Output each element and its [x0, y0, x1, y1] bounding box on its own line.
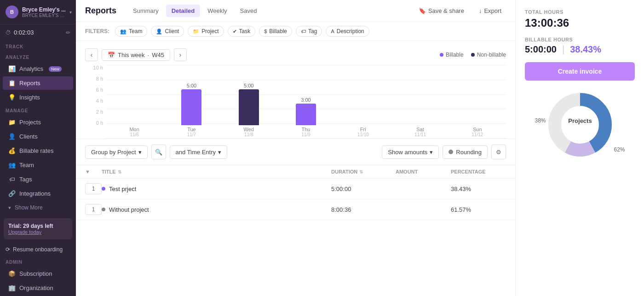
sidebar-item-insights[interactable]: 💡 Insights	[3, 91, 73, 104]
day-tue: 5:00	[163, 65, 220, 125]
tab-weekly[interactable]: Weekly	[202, 5, 232, 17]
analytics-icon: 📊	[8, 65, 16, 72]
analytics-label: Analytics	[19, 65, 43, 72]
filter-billable[interactable]: $ Billable	[259, 26, 292, 37]
day-wed: 5:00	[220, 65, 277, 125]
x-tue-name: Tue	[187, 127, 196, 132]
day-sat	[391, 65, 448, 125]
week-label[interactable]: 📅 This week · W45	[102, 49, 170, 61]
sidebar: B Bryce Emley's ... BRYCE EMLEY'S ORGA..…	[0, 0, 76, 296]
y-label-4h: 4 h	[85, 98, 106, 104]
rounding-label: Rounding	[456, 149, 482, 156]
show-amounts-button[interactable]: Show amounts ▾	[382, 145, 439, 159]
resume-icon: ⟳	[6, 246, 10, 253]
next-week-button[interactable]: ›	[174, 48, 187, 61]
client-filter-icon: 👤	[156, 29, 162, 35]
week-separator: ·	[148, 52, 150, 58]
save-share-button[interactable]: 🔖 Save & share	[414, 5, 469, 17]
tab-detailed[interactable]: Detailed	[166, 5, 201, 17]
sidebar-item-analytics[interactable]: 📊 Analytics New	[3, 62, 73, 75]
day-thu-bar	[296, 104, 316, 125]
col-duration-header[interactable]: DURATION ⇅	[331, 169, 396, 174]
chevron-down-icon: ▾	[69, 10, 72, 15]
billable-hours-label: BILLABLE HOURS	[525, 37, 635, 42]
amount-col-label: AMOUNT	[396, 169, 418, 174]
table-row[interactable]: 1 Without project 8:00:36 61.57%	[76, 199, 515, 220]
settings-gear-icon: ⚙	[496, 149, 501, 156]
filter-description[interactable]: A Description	[326, 26, 369, 37]
col-toggle: ▼	[85, 169, 102, 174]
header-actions: 🔖 Save & share ↓ Export	[414, 5, 506, 17]
total-hours-value: 13:00:36	[525, 17, 635, 29]
sidebar-item-billable-rates[interactable]: 💰 Billable rates	[3, 144, 73, 157]
day-thu: 3:00	[277, 65, 334, 125]
integrations-icon: 🔗	[8, 190, 16, 197]
page-title: Reports	[85, 6, 116, 16]
sidebar-item-projects[interactable]: 📁 Projects	[3, 116, 73, 129]
settings-button[interactable]: ⚙	[491, 145, 506, 159]
row-1-title: Test prject	[102, 186, 331, 192]
non-billable-legend-dot	[471, 53, 475, 57]
organization-label: Organization	[19, 284, 53, 291]
x-tue-date: 11/7	[187, 132, 196, 137]
tab-summary[interactable]: Summary	[127, 5, 164, 17]
export-button[interactable]: ↓ Export	[474, 5, 506, 17]
billable-hours-row: 5:00:00 | 38.43%	[525, 44, 635, 55]
create-invoice-button[interactable]: Create invoice	[525, 62, 635, 81]
filter-tag[interactable]: 🏷 Tag	[296, 26, 322, 37]
rounding-button[interactable]: Rounding	[443, 145, 488, 159]
analytics-badge: New	[49, 66, 62, 72]
report-tabs: Summary Detailed Weekly Saved	[127, 5, 262, 17]
time-entry-dropdown[interactable]: and Time Entry ▾	[170, 145, 227, 159]
clients-label: Clients	[19, 133, 38, 140]
upgrade-link[interactable]: Upgrade today	[8, 229, 68, 235]
tab-saved[interactable]: Saved	[235, 5, 263, 17]
row-2-pct: 61.57%	[451, 206, 506, 213]
filter-team[interactable]: 👥 Team	[115, 26, 147, 37]
sidebar-item-clients[interactable]: 👤 Clients	[3, 130, 73, 143]
search-icon: 🔍	[155, 149, 162, 156]
sidebar-item-subscription[interactable]: 📦 Subscription	[3, 267, 73, 280]
filter-project[interactable]: 📁 Project	[188, 26, 224, 37]
tags-icon: 🏷	[8, 176, 16, 183]
sidebar-item-organization[interactable]: 🏢 Organization	[3, 281, 73, 295]
sidebar-item-tags[interactable]: 🏷 Tags	[3, 173, 73, 186]
billable-hours-section: BILLABLE HOURS 5:00:00 | 38.43%	[525, 37, 635, 55]
y-label-10h: 10 h	[85, 65, 106, 70]
search-button[interactable]: 🔍	[151, 145, 166, 159]
x-fri-name: Fri	[360, 127, 366, 132]
prev-week-button[interactable]: ‹	[85, 48, 98, 61]
show-amounts-chevron: ▾	[430, 149, 433, 156]
edit-icon[interactable]: ✏	[66, 29, 70, 36]
filter-client-label: Client	[165, 28, 179, 35]
day-mon	[106, 65, 163, 125]
table-area: Group by Project ▾ 🔍 and Time Entry ▾ Sh…	[76, 139, 515, 296]
table-row[interactable]: 1 Test prject 5:00:00 38.43%	[76, 179, 515, 199]
sidebar-item-reports[interactable]: 📋 Reports	[3, 76, 73, 90]
workspace-selector[interactable]: B Bryce Emley's ... BRYCE EMLEY'S ORGA..…	[6, 6, 70, 18]
x-fri: Fri 11/10	[334, 127, 391, 137]
clients-icon: 👤	[8, 133, 16, 140]
sidebar-item-show-more[interactable]: ▾ Show More	[3, 201, 73, 214]
toggle-icon[interactable]: ▼	[85, 169, 90, 174]
timer-row: ⏱ 0:02:03 ✏	[0, 24, 76, 41]
team-icon: 👥	[8, 162, 16, 168]
organization-icon: 🏢	[8, 284, 16, 291]
row-1-pct: 38.43%	[451, 186, 506, 192]
chevron-icon-2: ▾	[218, 149, 221, 156]
sidebar-item-team[interactable]: 👥 Team	[3, 158, 73, 172]
billable-hours-value: 5:00:00	[525, 44, 557, 55]
x-fri-date: 11/10	[357, 132, 369, 137]
save-share-label: Save & share	[428, 7, 464, 14]
resume-onboarding-button[interactable]: ⟳ Resume onboarding	[0, 243, 76, 256]
group-by-dropdown[interactable]: Group by Project ▾	[85, 145, 148, 159]
col-pct-header: PERCENTAGE	[451, 169, 506, 174]
col-title-header[interactable]: TITLE ⇅	[102, 169, 331, 174]
page-header: Reports Summary Detailed Weekly Saved 🔖 …	[76, 0, 515, 22]
filter-client[interactable]: 👤 Client	[151, 26, 184, 37]
sidebar-item-integrations[interactable]: 🔗 Integrations	[3, 187, 73, 200]
filter-billable-label: Billable	[269, 28, 287, 35]
col-amount-header: AMOUNT	[396, 169, 451, 174]
day-wed-bar-label: 5:00	[244, 83, 253, 88]
filter-task[interactable]: ✔ Task	[228, 26, 256, 37]
